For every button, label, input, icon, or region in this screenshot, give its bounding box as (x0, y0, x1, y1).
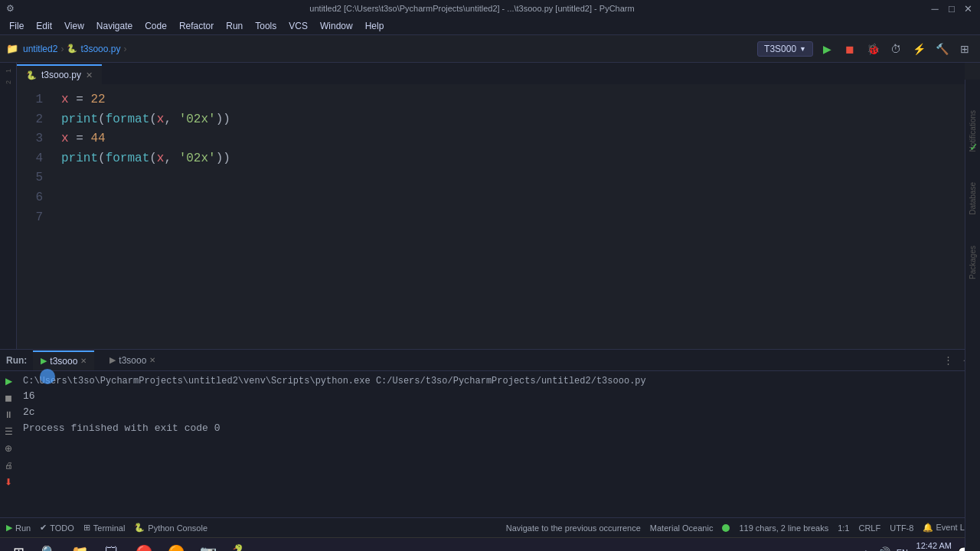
menu-help[interactable]: Help (359, 19, 390, 33)
run-panel-side-icons: ▶ ◼ ⏸ ☰ ⊕ 🖨 ⬇ (0, 371, 17, 517)
run-side-stop-icon[interactable]: ◼ (2, 391, 15, 405)
menu-file[interactable]: File (3, 19, 30, 33)
run-panel-label: Run: (6, 355, 27, 366)
code-line-2: print(format(x, '02x')) (61, 110, 965, 130)
stop-button[interactable]: ◼ (841, 40, 859, 58)
menu-tools[interactable]: Tools (249, 19, 283, 33)
menu-view[interactable]: View (58, 19, 90, 33)
menu-code[interactable]: Code (139, 19, 173, 33)
run-bottom-btn[interactable]: ▶ Run (6, 523, 31, 533)
maximize-button[interactable]: □ (946, 3, 957, 14)
taskbar-app4[interactable]: 📷 (193, 539, 224, 552)
taskbar-up-icon[interactable]: ▲ (861, 546, 871, 552)
menu-edit[interactable]: Edit (30, 19, 58, 33)
event-log-icon: 🔔 (923, 523, 933, 532)
python-console-btn[interactable]: 🐍 Python Console (134, 523, 207, 533)
python-file-icon: 🐍 (26, 70, 37, 80)
todo-icon: ✔ (40, 523, 47, 533)
run-output[interactable]: C:\Users\t3so\PycharmProjects\untitled2\… (17, 371, 980, 517)
output-command: C:\Users\t3so\PycharmProjects\untitled2\… (23, 374, 974, 389)
encoding[interactable]: UTF-8 (890, 523, 913, 533)
run-bottom-icon: ▶ (6, 523, 12, 533)
editor-tab-active[interactable]: 🐍 t3sooo.py ✕ (17, 64, 102, 84)
breadcrumb-file[interactable]: t3sooo.py (80, 44, 120, 54)
taskbar-clock: 12:42 AM 2/18/2019 (914, 540, 952, 551)
right-panel-packages[interactable]: Packages (969, 246, 977, 279)
run-panel-header: Run: ▶ t3sooo ✕ ▶ t3sooo ✕ ⋮ ─ (0, 350, 980, 371)
more-tools-button[interactable]: ⊞ (956, 40, 974, 58)
output-line1: 16 (23, 389, 974, 405)
menu-bar: File Edit View Navigate Code Refactor Ru… (0, 17, 980, 35)
window-controls: ─ □ ✕ (929, 3, 974, 14)
editor-tab-close[interactable]: ✕ (86, 70, 93, 80)
build-button[interactable]: 🔨 (933, 40, 951, 58)
run-side-down-icon[interactable]: ⬇ (2, 475, 15, 489)
editor-container: 🐍 t3sooo.py ✕ 1 2 3 4 5 6 7 x = 22 print… (17, 63, 965, 349)
breadcrumb-sep2: › (123, 44, 126, 54)
left-sidebar-1[interactable]: 1 (5, 69, 12, 73)
taskbar-system-tray: ▲ 🔊 EN 12:42 AM 2/18/2019 💬 (861, 540, 977, 551)
run-tab-1[interactable]: ▶ t3sooo ✕ (33, 350, 94, 370)
run-bottom-label: Run (15, 523, 31, 533)
terminal-label: Terminal (93, 523, 126, 533)
taskbar-browser-app[interactable]: 🔴 (129, 539, 159, 552)
cursor-position[interactable]: 1:1 (838, 523, 849, 533)
debug-button[interactable]: 🐞 (864, 40, 882, 58)
terminal-btn[interactable]: ⊞ Terminal (83, 523, 126, 533)
theme-color-dot (722, 524, 730, 532)
run-tab-1-close[interactable]: ✕ (80, 357, 87, 365)
taskbar: ⊞ 🔍 📁 🛡 🔴 🟠 📷 🐍 ▲ 🔊 EN 12:42 AM 2/18/201… (0, 537, 980, 551)
menu-vcs[interactable]: VCS (283, 19, 314, 33)
files-icon: 📁 (71, 544, 88, 552)
menu-navigate[interactable]: Navigate (90, 19, 139, 33)
run-side-print-icon[interactable]: 🖨 (2, 458, 15, 472)
code-line-7 (61, 208, 965, 228)
start-button[interactable]: ⊞ (3, 540, 34, 552)
run-side-add-icon[interactable]: ⊕ (2, 442, 15, 455)
todo-label: TODO (50, 523, 74, 533)
run-side-list-icon[interactable]: ☰ (2, 425, 15, 439)
minimize-button[interactable]: ─ (929, 3, 940, 14)
taskbar-pycharm-app[interactable]: 🐍 (225, 539, 256, 552)
code-content[interactable]: x = 22 print(format(x, '02x')) x = 44 pr… (55, 90, 965, 343)
line-numbers: 1 2 3 4 5 6 7 (17, 90, 55, 343)
profile-button[interactable]: ⏱ (887, 40, 905, 58)
project-icon: 📁 (6, 43, 18, 54)
run-config-dropdown[interactable]: T3S000 ▼ (757, 41, 813, 57)
line-ending[interactable]: CRLF (858, 523, 880, 533)
menu-refactor[interactable]: Refactor (173, 19, 220, 33)
volume-icon[interactable]: 🔊 (877, 546, 890, 552)
dropdown-chevron-icon: ▼ (799, 45, 806, 53)
app4-icon: 📷 (200, 544, 217, 552)
browser-icon: 🔴 (136, 544, 152, 552)
menu-window[interactable]: Window (314, 19, 359, 33)
run-tab-2-close[interactable]: ✕ (149, 356, 155, 364)
run-side-play-icon[interactable]: ▶ (2, 374, 15, 388)
title-bar-icon: ⚙ (6, 3, 15, 14)
code-area[interactable]: 1 2 3 4 5 6 7 x = 22 print(format(x, '02… (17, 84, 965, 349)
menu-run[interactable]: Run (220, 19, 249, 33)
right-panel-database[interactable]: Database (969, 182, 977, 215)
run-panel-more[interactable]: ⋮ (940, 353, 956, 367)
run-tab-2[interactable]: ▶ t3sooo ✕ (102, 350, 163, 370)
language-indicator[interactable]: EN (897, 548, 908, 552)
run-side-pause-icon[interactable]: ⏸ (2, 408, 15, 422)
output-exit: Process finished with exit code 0 (23, 421, 974, 437)
breadcrumb-project[interactable]: untitled2 (23, 44, 57, 54)
char-stats: 119 chars, 2 line breaks (739, 523, 828, 533)
taskbar-orange-app[interactable]: 🟠 (161, 539, 191, 552)
run-tab-2-name: t3sooo (119, 355, 146, 366)
taskbar-files-app[interactable]: 📁 (64, 539, 95, 552)
taskbar-search-button[interactable]: 🔍 (35, 540, 63, 552)
breadcrumb: untitled2 › 🐍 t3sooo.py › (23, 44, 126, 54)
taskbar-shield-app[interactable]: 🛡 (96, 539, 127, 552)
run-button[interactable]: ▶ (818, 40, 836, 58)
theme-name[interactable]: Material Oceanic (650, 523, 714, 533)
output-line2: 2c (23, 405, 974, 421)
left-sidebar-2[interactable]: 2 (5, 80, 12, 84)
todo-btn[interactable]: ✔ TODO (40, 523, 74, 533)
close-button[interactable]: ✕ (963, 3, 974, 14)
code-line-6 (61, 188, 965, 208)
editor-tab-name: t3sooo.py (41, 70, 81, 80)
coverage-button[interactable]: ⚡ (910, 40, 928, 58)
